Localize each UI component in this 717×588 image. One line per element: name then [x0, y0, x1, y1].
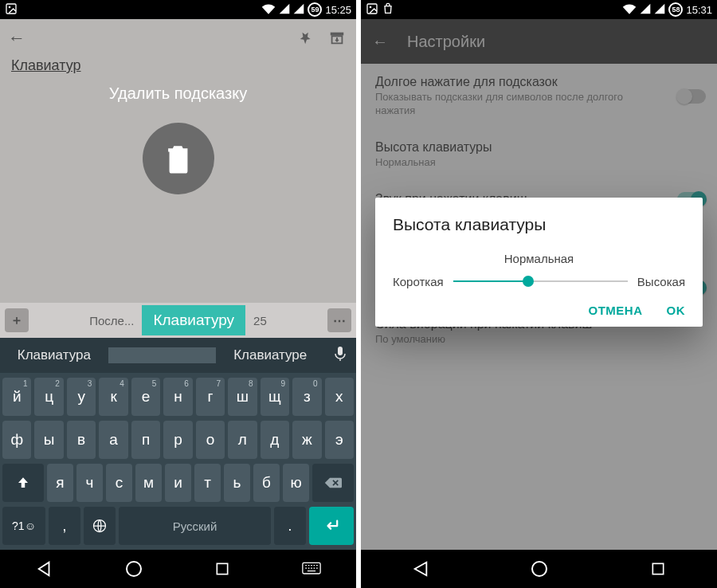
trash-dropzone[interactable]	[143, 123, 214, 194]
key-м[interactable]: м	[135, 464, 162, 502]
key-у[interactable]: у3	[67, 378, 96, 416]
archive-icon[interactable]	[326, 27, 348, 49]
nav-back-icon[interactable]	[409, 558, 432, 580]
key-в[interactable]: в	[67, 421, 96, 459]
svg-rect-0	[6, 4, 16, 14]
strip-after: 25	[253, 314, 267, 327]
gallery-icon	[366, 2, 378, 18]
clipboard-strip: ＋ После... Клавиатуру 25 ⋯	[0, 303, 356, 338]
key-а[interactable]: а	[99, 421, 127, 459]
typed-word: Клавиатур	[11, 57, 81, 73]
nav-recent-icon[interactable]	[647, 558, 669, 580]
key-ч[interactable]: ч	[76, 464, 103, 502]
dragged-suggestion-chip[interactable]: Клавиатуру	[142, 305, 245, 335]
svg-point-5	[127, 562, 141, 576]
key-л[interactable]: л	[228, 421, 257, 459]
suggestion-2[interactable]	[108, 347, 217, 363]
symbols-key[interactable]: ?1☺	[2, 507, 45, 545]
period-key[interactable]: .	[274, 507, 306, 545]
suggestion-1[interactable]: Клавиатура	[0, 339, 108, 371]
height-slider[interactable]	[453, 273, 628, 289]
mic-icon[interactable]	[324, 346, 356, 366]
gallery-icon	[5, 2, 18, 18]
nav-back-icon[interactable]	[33, 558, 56, 580]
key-э[interactable]: э	[325, 421, 354, 459]
keyboard-height-dialog: Высота клавиатуры Нормальная Короткая Вы…	[375, 198, 703, 327]
key-б[interactable]: б	[253, 464, 280, 502]
more-button[interactable]: ⋯	[327, 308, 351, 332]
key-з[interactable]: з0	[292, 378, 321, 416]
store-icon	[382, 2, 394, 18]
key-ф[interactable]: ф	[2, 421, 31, 459]
space-key[interactable]: Русский	[119, 507, 271, 545]
shift-key[interactable]	[2, 464, 44, 502]
nav-bar	[0, 550, 356, 588]
nav-keyboard-icon[interactable]	[300, 558, 323, 580]
key-г[interactable]: г7	[196, 378, 225, 416]
nav-home-icon[interactable]	[123, 558, 145, 580]
comma-key[interactable]: ,	[49, 507, 80, 545]
svg-point-10	[532, 562, 547, 576]
app-body: ← Клавиатур Удалить подсказку ＋ После...…	[0, 19, 356, 550]
key-к[interactable]: к4	[99, 378, 127, 416]
key-х[interactable]: х	[325, 378, 354, 416]
nav-bar	[361, 550, 717, 588]
slider-max-label: Высокая	[637, 275, 685, 288]
key-о[interactable]: о	[196, 421, 225, 459]
key-ы[interactable]: ы	[34, 421, 63, 459]
svg-point-9	[370, 6, 372, 8]
key-ь[interactable]: ь	[224, 464, 250, 502]
battery-icon: 59	[308, 2, 322, 17]
key-й[interactable]: й1	[2, 378, 31, 416]
wifi-icon	[261, 3, 276, 17]
battery-icon: 58	[668, 2, 683, 17]
nav-recent-icon[interactable]	[211, 558, 233, 580]
note-toolbar: ←	[0, 19, 356, 57]
wifi-icon	[622, 3, 637, 17]
key-ц[interactable]: ц2	[34, 378, 63, 416]
phone-left: 59 15:25 ← Клавиатур Удалить подсказку ＋…	[0, 0, 356, 588]
backspace-key[interactable]	[312, 464, 354, 502]
svg-rect-8	[367, 4, 377, 14]
svg-rect-11	[652, 563, 663, 574]
signal-icon-2	[293, 3, 304, 17]
slider-thumb[interactable]	[523, 276, 534, 287]
add-button[interactable]: ＋	[5, 308, 29, 332]
svg-rect-2	[331, 33, 344, 36]
keyboard: й1ц2у3к4е5н6г7ш8щ9з0х фывапролджэ ячсмит…	[0, 373, 356, 550]
back-icon[interactable]: ←	[8, 28, 25, 49]
status-bar: 59 15:25	[0, 0, 356, 19]
key-ю[interactable]: ю	[283, 464, 309, 502]
signal-icon-2	[654, 3, 665, 17]
key-с[interactable]: с	[106, 464, 132, 502]
dialog-title: Высота клавиатуры	[393, 215, 685, 234]
suggestion-3[interactable]: Клавиатуре	[216, 339, 324, 371]
slider-min-label: Короткая	[393, 275, 444, 288]
key-ш[interactable]: ш8	[228, 378, 257, 416]
dialog-value-label: Нормальная	[393, 252, 685, 265]
signal-icon	[640, 3, 651, 17]
svg-point-1	[9, 6, 11, 8]
cancel-button[interactable]: ОТМЕНА	[589, 304, 643, 317]
key-row-2: фывапролджэ	[2, 421, 354, 459]
key-д[interactable]: д	[261, 421, 289, 459]
nav-home-icon[interactable]	[528, 558, 550, 580]
trash-icon	[164, 143, 193, 174]
key-и[interactable]: и	[165, 464, 191, 502]
key-щ[interactable]: щ9	[261, 378, 289, 416]
key-я[interactable]: я	[47, 464, 73, 502]
key-row-1: й1ц2у3к4е5н6г7ш8щ9з0х	[2, 378, 354, 416]
key-р[interactable]: р	[163, 421, 192, 459]
key-н[interactable]: н6	[163, 378, 192, 416]
key-т[interactable]: т	[194, 464, 221, 502]
ok-button[interactable]: OK	[667, 304, 686, 317]
pin-icon[interactable]	[296, 27, 318, 49]
key-е[interactable]: е5	[131, 378, 160, 416]
note-text-area[interactable]: Клавиатур	[0, 57, 356, 74]
key-п[interactable]: п	[131, 421, 160, 459]
enter-key[interactable]	[309, 507, 354, 545]
phone-right: 58 15:31 ← Настройки Долгое нажатие для …	[361, 0, 717, 588]
globe-key[interactable]	[84, 507, 116, 545]
key-ж[interactable]: ж	[292, 421, 321, 459]
signal-icon	[279, 3, 290, 17]
